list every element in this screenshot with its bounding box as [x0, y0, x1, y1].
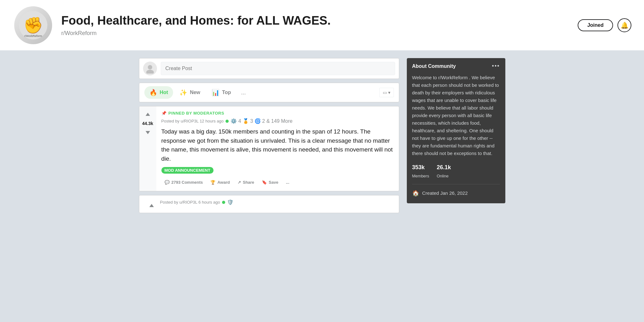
about-community-card: About Community ••• Welcome to r/WorkRef…	[407, 58, 505, 203]
awards-2: 🛡️	[227, 199, 233, 205]
about-divider	[412, 184, 500, 184]
left-column: 🔥 Hot ✨ New 📊 Top ... ▭ ▾	[139, 58, 399, 213]
more-button-1[interactable]: ...	[283, 178, 292, 187]
post-title-1[interactable]: Today was a big day. 150k members and co…	[161, 127, 394, 163]
sort-tabs-card: 🔥 Hot ✨ New 📊 Top ... ▭ ▾	[139, 83, 399, 102]
logo-inner: ✊ r/WorkReform	[14, 6, 52, 44]
vote-column-2	[143, 201, 160, 211]
downvote-button-1[interactable]	[143, 127, 153, 137]
notification-bell-button[interactable]: 🔔	[617, 18, 631, 32]
about-title: About Community	[412, 63, 456, 69]
new-icon: ✨	[179, 89, 187, 96]
create-post-card	[139, 58, 399, 79]
chevron-down-icon: ▾	[388, 90, 390, 95]
bell-icon: 🔔	[621, 21, 629, 29]
about-more-button[interactable]: •••	[492, 63, 500, 69]
comment-icon: 💬	[165, 180, 170, 185]
right-sidebar: About Community ••• Welcome to r/WorkRef…	[407, 58, 505, 213]
post-meta-2: Posted by u/RIOP3L 6 hours ago 🛡️	[160, 199, 233, 210]
view-toggle[interactable]: ▭ ▾	[379, 88, 394, 97]
award-icon: 🏆	[210, 180, 215, 185]
post-card-2: Posted by u/RIOP3L 6 hours ago 🛡️	[139, 195, 399, 213]
award-label-1: Award	[217, 180, 230, 185]
online-value: 26.1k	[437, 163, 451, 172]
calendar-icon: 🏠	[412, 189, 419, 198]
created-label: Created Jan 26, 2022	[422, 189, 468, 197]
new-label: New	[190, 90, 200, 95]
about-stats: 353k Members 26.1k Online	[412, 163, 500, 180]
created-row: 🏠 Created Jan 26, 2022	[412, 189, 500, 198]
svg-point-3	[148, 65, 152, 69]
post-actions-1: 💬 2793 Comments 🏆 Award ↗ Share 🔖	[161, 178, 394, 187]
vote-column-1: 44.3k	[139, 106, 156, 191]
about-header: About Community •••	[407, 58, 505, 74]
post-author-1: Posted by u/RIOP3L 12 hours ago	[161, 119, 224, 123]
sort-hot-tab[interactable]: 🔥 Hot	[144, 86, 173, 99]
online-label: Online	[437, 174, 449, 178]
page-header: ✊ r/WorkReform Food, Healthcare, and Hom…	[0, 0, 644, 51]
members-value: 353k	[412, 163, 429, 172]
sort-new-tab[interactable]: ✨ New	[174, 86, 205, 99]
online-indicator	[226, 120, 229, 123]
top-label: Top	[222, 90, 231, 95]
post-card-1: 44.3k 📌 PINNED BY MODERATORS Posted by u…	[139, 106, 399, 191]
upvote-button-1[interactable]	[143, 110, 153, 120]
joined-button[interactable]: Joined	[578, 19, 613, 31]
pin-icon: 📌	[161, 111, 167, 116]
about-description: Welcome to r/WorkReform . We believe tha…	[412, 74, 500, 157]
top-icon: 📊	[212, 89, 220, 96]
sort-more-button[interactable]: ...	[237, 87, 250, 98]
main-container: 🔥 Hot ✨ New 📊 Top ... ▭ ▾	[133, 51, 512, 221]
share-button-1[interactable]: ↗ Share	[234, 178, 257, 187]
award-button-1[interactable]: 🏆 Award	[207, 178, 233, 187]
sort-top-tab[interactable]: 📊 Top	[207, 86, 236, 99]
save-button-1[interactable]: 🔖 Save	[259, 178, 281, 187]
post-author-2: Posted by u/RIOP3L 6 hours ago	[160, 200, 220, 205]
share-label-1: Share	[243, 180, 254, 185]
svg-text:r/WorkReform: r/WorkReform	[24, 34, 42, 38]
post-preview-row-2: Posted by u/RIOP3L 6 hours ago 🛡️	[139, 195, 399, 213]
comments-button-1[interactable]: 💬 2793 Comments	[161, 178, 206, 187]
pinned-label: 📌 PINNED BY MODERATORS	[161, 111, 394, 116]
upvote-button-2[interactable]	[147, 201, 156, 211]
share-icon: ↗	[238, 180, 241, 185]
members-label: Members	[412, 174, 429, 178]
vote-count-1: 44.3k	[142, 121, 153, 126]
header-actions: Joined 🔔	[578, 18, 631, 32]
hot-label: Hot	[160, 90, 168, 95]
page-title: Food, Healthcare, and Homes: for ALL WAG…	[61, 14, 570, 28]
online-indicator-2	[222, 201, 225, 204]
post-content-1: 📌 PINNED BY MODERATORS Posted by u/RIOP3…	[156, 106, 399, 191]
subreddit-name: r/WorkReform	[61, 30, 570, 37]
members-stat: 353k Members	[412, 163, 429, 180]
save-label-1: Save	[269, 180, 278, 185]
pinned-text: PINNED BY MODERATORS	[168, 111, 224, 116]
create-post-input[interactable]	[161, 62, 395, 75]
save-icon: 🔖	[262, 180, 267, 185]
post-meta-1: Posted by u/RIOP3L 12 hours ago ⚙️ 4 🏅 3…	[161, 118, 394, 124]
subreddit-logo: ✊ r/WorkReform	[13, 5, 54, 46]
about-body: Welcome to r/WorkReform . We believe tha…	[407, 74, 505, 203]
svg-point-4	[146, 70, 154, 74]
hot-icon: 🔥	[149, 89, 157, 96]
online-stat: 26.1k Online	[437, 163, 451, 180]
view-icon: ▭	[383, 90, 387, 95]
awards-1: ⚙️ 4 🏅 3 🌀 2 & 149 More	[231, 118, 292, 124]
post-flair-1: MOD ANNOUNCEMENT	[161, 167, 214, 174]
header-info: Food, Healthcare, and Homes: for ALL WAG…	[61, 14, 570, 37]
user-avatar	[143, 62, 157, 75]
comments-label-1: 2793 Comments	[172, 180, 203, 185]
svg-text:✊: ✊	[23, 16, 43, 35]
